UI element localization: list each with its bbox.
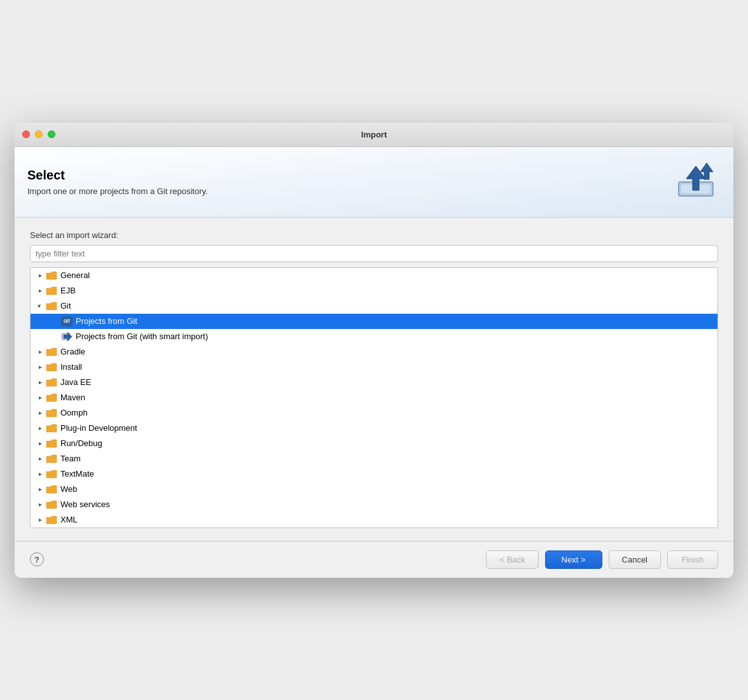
chevron-run-debug: ▸ — [36, 439, 45, 448]
tree-item-general[interactable]: ▸ General — [31, 268, 717, 283]
content-area: Select an import wizard: ▸ General ▸ EJB — [15, 218, 733, 541]
tree-item-projects-from-git-smart[interactable]: Projects from Git (with smart import) — [31, 329, 717, 344]
footer-buttons: < Back Next > Cancel Finish — [486, 550, 718, 569]
tree-item-oomph[interactable]: ▸ Oomph — [31, 405, 717, 421]
tree-item-git[interactable]: ▸ Git — [31, 298, 717, 314]
wizard-label: Select an import wizard: — [30, 230, 718, 240]
git-badge-icon: GIT — [61, 316, 73, 326]
item-label-gradle: Gradle — [60, 347, 85, 356]
chevron-web: ▸ — [36, 485, 45, 494]
footer-left: ? — [30, 552, 44, 566]
chevron-java-ee: ▸ — [36, 378, 45, 387]
tree-item-install[interactable]: ▸ Install — [31, 360, 717, 375]
close-button[interactable] — [22, 130, 30, 138]
chevron-xml: ▸ — [36, 515, 45, 524]
folder-icon-run-debug — [46, 438, 57, 449]
tree-item-maven[interactable]: ▸ Maven — [31, 390, 717, 405]
item-label-projects-from-git: Projects from Git — [76, 316, 137, 326]
maximize-button[interactable] — [48, 130, 55, 138]
folder-icon-gradle — [46, 347, 57, 357]
chevron-gradle: ▸ — [36, 347, 45, 356]
item-label-web: Web — [60, 484, 78, 494]
item-label-git: Git — [60, 301, 71, 311]
item-label-install: Install — [60, 362, 82, 372]
traffic-lights — [22, 130, 55, 138]
back-button[interactable]: < Back — [486, 550, 538, 569]
window-title: Import — [361, 130, 387, 139]
item-label-general: General — [60, 270, 90, 280]
tree-item-textmate[interactable]: ▸ TextMate — [31, 466, 717, 482]
chevron-textmate: ▸ — [36, 470, 45, 479]
chevron-web-services: ▸ — [36, 500, 45, 509]
page-description: Import one or more projects from a Git r… — [27, 186, 208, 196]
chevron-team: ▸ — [36, 454, 45, 463]
tree-item-xml[interactable]: ▸ XML — [31, 512, 717, 528]
smart-import-icon — [61, 332, 73, 342]
tree-item-gradle[interactable]: ▸ Gradle — [31, 344, 717, 360]
folder-icon-team — [46, 454, 57, 464]
folder-icon-textmate — [46, 469, 57, 479]
folder-icon-plugin-dev — [46, 423, 57, 433]
item-label-run-debug: Run/Debug — [60, 438, 102, 448]
tree-item-run-debug[interactable]: ▸ Run/Debug — [31, 436, 717, 451]
item-label-oomph: Oomph — [60, 408, 88, 417]
item-label-textmate: TextMate — [60, 469, 94, 479]
chevron-plugin-dev: ▸ — [36, 424, 45, 433]
tree-container[interactable]: ▸ General ▸ EJB ▸ Git — [30, 267, 718, 528]
chevron-install: ▸ — [36, 363, 45, 372]
folder-icon-install — [46, 362, 57, 372]
tree-item-web-services[interactable]: ▸ Web services — [31, 497, 717, 512]
tree-item-web[interactable]: ▸ Web — [31, 482, 717, 497]
help-button[interactable]: ? — [30, 552, 44, 566]
item-label-maven: Maven — [60, 393, 85, 402]
item-label-xml: XML — [60, 515, 78, 524]
tree-item-ejb[interactable]: ▸ EJB — [31, 283, 717, 298]
folder-icon-web-services — [46, 500, 57, 510]
item-label-plugin-dev: Plug-in Development — [60, 423, 137, 433]
chevron-maven: ▸ — [36, 393, 45, 402]
next-button[interactable]: Next > — [545, 550, 602, 569]
cancel-button[interactable]: Cancel — [609, 550, 661, 569]
finish-button[interactable]: Finish — [667, 550, 718, 569]
item-label-projects-from-git-smart: Projects from Git (with smart import) — [76, 332, 208, 341]
minimize-button[interactable] — [35, 130, 43, 138]
folder-icon-java-ee — [46, 377, 57, 388]
chevron-general: ▸ — [36, 271, 45, 280]
titlebar: Import — [15, 123, 733, 147]
item-label-ejb: EJB — [60, 286, 76, 295]
chevron-oomph: ▸ — [36, 409, 45, 417]
tree-item-team[interactable]: ▸ Team — [31, 451, 717, 466]
folder-icon-oomph — [46, 408, 57, 418]
filter-input[interactable] — [30, 245, 718, 262]
page-title: Select — [27, 168, 208, 183]
chevron-ejb: ▸ — [36, 286, 45, 295]
item-label-web-services: Web services — [60, 500, 110, 509]
item-label-team: Team — [60, 454, 81, 463]
tree-item-projects-from-git[interactable]: GIT Projects from Git — [31, 314, 717, 329]
item-label-java-ee: Java EE — [60, 377, 91, 387]
tree-item-plugin-dev[interactable]: ▸ Plug-in Development — [31, 421, 717, 436]
folder-icon-git — [46, 301, 57, 311]
header-section: Select Import one or more projects from … — [15, 147, 733, 218]
folder-icon-web — [46, 484, 57, 494]
tree-item-java-ee[interactable]: ▸ Java EE — [31, 375, 717, 390]
chevron-git: ▸ — [36, 302, 45, 311]
import-window: Import Select Import one or more project… — [15, 123, 733, 578]
import-icon — [674, 160, 718, 204]
folder-icon-ejb — [46, 286, 57, 296]
folder-icon-general — [46, 270, 57, 281]
folder-icon-xml — [46, 515, 57, 525]
folder-icon-maven — [46, 393, 57, 403]
footer: ? < Back Next > Cancel Finish — [15, 541, 733, 578]
header-text: Select Import one or more projects from … — [27, 168, 208, 196]
